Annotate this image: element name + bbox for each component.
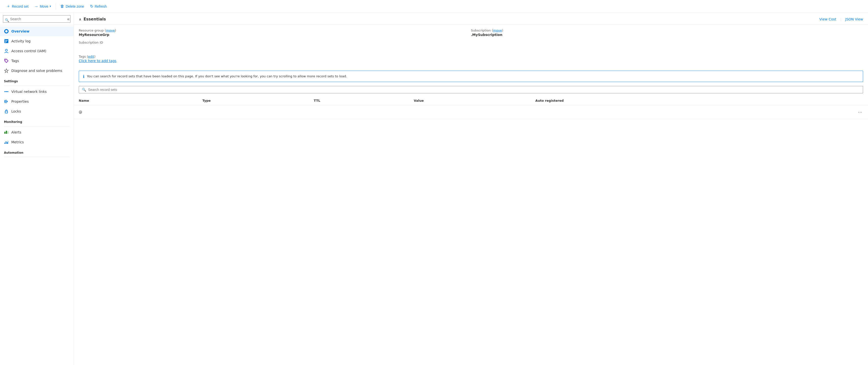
- resource-group-field: Resource group (move) MyResourceGrp: [79, 29, 471, 37]
- svg-rect-13: [4, 100, 5, 103]
- sidebar-item-access-control[interactable]: Access control (IAM): [0, 46, 73, 56]
- svg-rect-21: [6, 141, 6, 144]
- sidebar-item-tags[interactable]: Tags: [0, 56, 73, 66]
- row-value: [409, 105, 530, 119]
- sidebar-item-overview[interactable]: Overview: [0, 26, 73, 36]
- svg-point-1: [5, 30, 8, 32]
- automation-divider: [4, 157, 70, 157]
- sidebar-item-diagnose[interactable]: Diagnose and solve problems: [0, 66, 73, 76]
- record-table-body: @ ···: [74, 105, 868, 119]
- sidebar-search-input[interactable]: [3, 15, 71, 23]
- sidebar-item-activity-log[interactable]: Activity log: [0, 36, 73, 46]
- monitoring-divider: [4, 126, 70, 127]
- vnet-icon: [4, 89, 9, 94]
- essentials-grid: Resource group (move) MyResourceGrp Subs…: [79, 29, 863, 53]
- toolbar: ＋ Record set → Move ▾ 🗑 Delete zone ↻ Re…: [0, 0, 868, 13]
- svg-point-7: [5, 60, 6, 61]
- svg-point-6: [5, 49, 7, 51]
- essentials-sep: |: [840, 17, 841, 21]
- svg-rect-15: [7, 101, 8, 102]
- tags-edit-link[interactable]: edit: [88, 55, 94, 58]
- add-tags-link[interactable]: Click here to add tags: [79, 59, 116, 63]
- delete-zone-button[interactable]: 🗑 Delete zone: [58, 3, 87, 10]
- sidebar-item-metrics[interactable]: Metrics: [0, 137, 73, 147]
- info-banner: ℹ You can search for record sets that ha…: [79, 71, 863, 82]
- sidebar-item-locks[interactable]: Locks: [0, 106, 73, 116]
- svg-point-10: [7, 91, 8, 92]
- sidebar-nav: Overview Activity log: [0, 25, 73, 159]
- svg-point-8: [4, 91, 5, 92]
- record-search-icon: 🔍: [82, 88, 86, 92]
- refresh-icon: ↻: [90, 4, 93, 9]
- info-icon: ℹ: [83, 74, 84, 79]
- tags-icon: [4, 58, 9, 63]
- svg-point-9: [6, 91, 7, 92]
- svg-rect-20: [4, 143, 5, 144]
- col-ttl: TTL: [309, 96, 409, 105]
- settings-section-title: Settings: [0, 76, 73, 84]
- alerts-icon: [4, 130, 9, 135]
- collapse-sidebar-button[interactable]: «: [67, 17, 70, 22]
- col-value: Value: [409, 96, 530, 105]
- record-search-wrapper: 🔍: [79, 86, 863, 93]
- row-auto-registered: [530, 105, 765, 119]
- svg-rect-5: [5, 42, 6, 43]
- svg-rect-19: [7, 131, 8, 134]
- svg-rect-4: [5, 41, 7, 41]
- overview-icon: [4, 29, 9, 34]
- svg-rect-23: [8, 141, 8, 144]
- automation-section-title: Automation: [0, 147, 73, 156]
- monitoring-section-title: Monitoring: [0, 116, 73, 125]
- essentials-header: ∧ Essentials View Cost | JSON View: [74, 13, 868, 25]
- record-search-input[interactable]: [88, 88, 860, 92]
- tags-field: Tags (edit) Click here to add tags: [79, 55, 863, 63]
- view-cost-link[interactable]: View Cost: [819, 17, 836, 21]
- row-name: @: [74, 105, 197, 119]
- sidebar-item-vnet-links[interactable]: Virtual network links: [0, 87, 73, 96]
- col-type: Type: [197, 96, 309, 105]
- iam-icon: [4, 49, 9, 53]
- refresh-button[interactable]: ↻ Refresh: [88, 2, 109, 10]
- resource-group-move-link[interactable]: move: [106, 29, 115, 32]
- svg-rect-14: [6, 100, 6, 103]
- move-icon: →: [34, 4, 38, 9]
- toolbar-divider-1: [56, 3, 56, 9]
- table-row: @ ···: [74, 105, 868, 119]
- svg-rect-17: [4, 132, 5, 134]
- plus-icon: ＋: [6, 4, 10, 9]
- svg-rect-3: [5, 40, 8, 40]
- diagnose-icon: [4, 68, 9, 73]
- json-view-link[interactable]: JSON View: [845, 17, 863, 21]
- delete-icon: 🗑: [60, 4, 64, 9]
- svg-rect-16: [5, 111, 8, 113]
- sidebar-item-properties[interactable]: Properties: [0, 96, 73, 106]
- essentials-body: Resource group (move) MyResourceGrp Subs…: [74, 25, 868, 71]
- record-sets-table: Name Type TTL Value Auto registered @ ··: [74, 96, 868, 119]
- essentials-chevron-icon: ∧: [79, 17, 82, 21]
- svg-rect-18: [6, 131, 7, 134]
- record-set-button[interactable]: ＋ Record set: [4, 2, 31, 10]
- move-button[interactable]: → Move ▾: [32, 3, 54, 10]
- locks-icon: [4, 109, 9, 114]
- subscription-field: Subscription (move) .MySubscription: [471, 29, 863, 37]
- properties-icon: [4, 99, 9, 104]
- record-search-container: 🔍: [74, 86, 868, 96]
- sidebar-search-icon: 🔍: [5, 18, 9, 22]
- essentials-actions: View Cost | JSON View: [819, 17, 863, 21]
- subscription-id-field: Subscription ID: [79, 40, 471, 49]
- row-more-button[interactable]: ···: [856, 108, 864, 116]
- svg-rect-22: [7, 142, 8, 144]
- subscription-move-link[interactable]: move: [493, 29, 502, 32]
- metrics-icon: [4, 140, 9, 145]
- move-chevron-icon: ▾: [50, 5, 51, 8]
- sidebar-item-alerts[interactable]: Alerts: [0, 127, 73, 137]
- essentials-title: ∧ Essentials: [79, 17, 106, 22]
- col-auto-registered: Auto registered: [530, 96, 765, 105]
- row-type: [197, 105, 309, 119]
- sidebar: 🔍 « Overview: [0, 13, 74, 365]
- row-ttl: [309, 105, 409, 119]
- settings-divider: [4, 85, 70, 86]
- col-name: Name: [74, 96, 197, 105]
- main-layout: 🔍 « Overview: [0, 13, 868, 365]
- activity-log-icon: [4, 39, 9, 44]
